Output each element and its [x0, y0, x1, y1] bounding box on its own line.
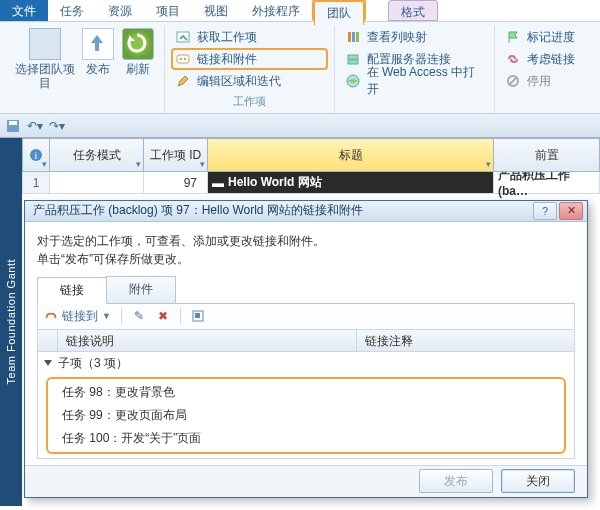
- col-work-item-id-label: 工作项 ID: [150, 147, 201, 164]
- svg-rect-4: [348, 32, 351, 42]
- separator: [121, 308, 122, 324]
- close-button[interactable]: 关闭: [501, 469, 575, 493]
- col-predecessor[interactable]: 前置: [494, 138, 600, 172]
- menu-tab-format[interactable]: 格式: [388, 0, 438, 21]
- refresh-icon: [122, 28, 154, 60]
- highlight-child-links: 任务 98：更改背景色 任务 99：更改页面布局 任务 100：开发“关于”页面: [46, 377, 566, 454]
- links-toolbar: 链接到 ▼ ✎ ✖: [37, 304, 575, 330]
- grid-header: i▾ 任务模式▾ 工作项 ID▾ 标题▾ 前置: [22, 138, 600, 172]
- mark-progress-button[interactable]: 标记进度: [501, 26, 589, 48]
- links-attachments-dialog: 产品积压工作 (backlog) 项 97：Hello World 网站的链接和…: [24, 200, 588, 498]
- view-col-map-button[interactable]: 查看列映射: [341, 26, 488, 48]
- menu-tab-view[interactable]: 视图: [192, 0, 240, 21]
- pencil-icon: [175, 73, 191, 89]
- dialog-hint: 对于选定的工作项，可查看、添加或更改链接和附件。 单击“发布”可保存所做更改。: [37, 232, 575, 268]
- close-icon[interactable]: ✕: [559, 202, 583, 220]
- svg-rect-6: [356, 32, 359, 42]
- menu-tab-team[interactable]: 团队: [314, 1, 364, 25]
- save-icon[interactable]: [4, 117, 22, 135]
- get-work-items-icon: [175, 29, 191, 45]
- col-info-icon[interactable]: i▾: [22, 138, 50, 172]
- menu-tab-project[interactable]: 项目: [144, 0, 192, 21]
- redo-icon[interactable]: ↷▾: [48, 117, 66, 135]
- link-icon: [175, 51, 191, 67]
- sidebar-label: Team Foundation Gantt: [5, 259, 17, 384]
- get-work-items-label: 获取工作项: [197, 29, 257, 46]
- dialog-hint-line1: 对于选定的工作项，可查看、添加或更改链接和附件。: [37, 234, 325, 248]
- consider-links-button[interactable]: 考虑链接: [501, 48, 589, 70]
- ribbon: 选择团队项目 发布 刷新 获取工作项 链接和附件: [0, 22, 600, 114]
- dialog-title: 产品积压工作 (backlog) 项 97：Hello World 网站的链接和…: [33, 202, 531, 219]
- cell-title: ▬Hello World 网站: [208, 172, 494, 194]
- edit-link-button[interactable]: ✎: [132, 309, 146, 323]
- open-web-access-button[interactable]: 在 Web Access 中打开: [341, 70, 488, 92]
- edit-areas-label: 编辑区域和迭代: [197, 73, 281, 90]
- publish-button[interactable]: 发布: [78, 26, 118, 78]
- delete-link-button[interactable]: ✖: [156, 309, 170, 323]
- list-item[interactable]: 任务 98：更改背景色: [48, 381, 564, 404]
- svg-line-11: [509, 77, 517, 85]
- disable-label: 停用: [527, 73, 551, 90]
- open-link-button[interactable]: [191, 309, 205, 323]
- table-row[interactable]: 1 97 ▬Hello World 网站 产品积压工作 (ba…: [22, 172, 600, 194]
- ribbon-group-server: 查看列映射 配置服务器连接 在 Web Access 中打开: [335, 26, 495, 113]
- publish-label: 发布: [86, 62, 110, 76]
- col-title[interactable]: 标题▾: [208, 138, 494, 172]
- tab-links[interactable]: 链接: [37, 277, 107, 304]
- list-item[interactable]: 任务 100：开发“关于”页面: [48, 427, 564, 450]
- server-icon: [345, 51, 361, 67]
- expand-icon[interactable]: [44, 360, 52, 366]
- select-team-project-label: 选择团队项目: [12, 62, 78, 90]
- links-list-header: 链接说明 链接注释: [37, 330, 575, 352]
- col-expand: [38, 330, 58, 351]
- list-item[interactable]: 任务 99：更改页面布局: [48, 404, 564, 427]
- col-link-description[interactable]: 链接说明: [58, 330, 357, 351]
- tab-attachments[interactable]: 附件: [106, 276, 176, 303]
- highlight-team-tab: 团队: [312, 0, 366, 22]
- svg-rect-5: [352, 32, 355, 42]
- publish-icon: [82, 28, 114, 60]
- menu-file[interactable]: 文件: [0, 0, 48, 21]
- col-title-label: 标题: [339, 147, 363, 164]
- dialog-tabs: 链接 附件: [37, 276, 575, 304]
- dialog-hint-line2: 单击“发布”可保存所做更改。: [37, 252, 189, 266]
- menu-tab-addin[interactable]: 外接程序: [240, 0, 312, 21]
- col-task-mode[interactable]: 任务模式▾: [50, 138, 144, 172]
- columns-icon: [345, 29, 361, 45]
- dialog-titlebar: 产品积压工作 (backlog) 项 97：Hello World 网站的链接和…: [25, 201, 587, 222]
- get-work-items-button[interactable]: 获取工作项: [171, 26, 328, 48]
- collapse-icon[interactable]: ▬: [212, 176, 222, 190]
- delete-icon: ✖: [156, 309, 170, 323]
- cell-task-mode: [50, 172, 144, 194]
- grid-icon: [29, 28, 61, 60]
- link-to-button[interactable]: 链接到 ▼: [44, 308, 111, 325]
- undo-icon[interactable]: ↶▾: [26, 117, 44, 135]
- menu-tab-resource[interactable]: 资源: [96, 0, 144, 21]
- chain-icon: [44, 309, 58, 323]
- cell-title-text: Hello World 网站: [228, 174, 322, 191]
- links-attachments-button[interactable]: 链接和附件: [171, 48, 328, 70]
- select-team-project-button[interactable]: 选择团队项目: [12, 26, 78, 92]
- menu-tab-task[interactable]: 任务: [48, 0, 96, 21]
- svg-rect-7: [348, 55, 358, 59]
- spacer: [501, 92, 589, 110]
- globe-icon: [345, 73, 361, 89]
- pencil-icon: ✎: [132, 309, 146, 323]
- ribbon-group-workitems-title: 工作项: [171, 92, 328, 113]
- disable-button[interactable]: 停用: [501, 70, 589, 92]
- links-group-row[interactable]: 子项（3 项）: [38, 352, 574, 375]
- svg-point-2: [180, 58, 182, 60]
- link-to-label: 链接到: [62, 308, 98, 325]
- refresh-button[interactable]: 刷新: [118, 26, 158, 78]
- publish-button[interactable]: 发布: [419, 469, 493, 493]
- col-pred-label: 前置: [535, 147, 559, 164]
- disable-icon: [505, 73, 521, 89]
- ribbon-group-progress: 标记进度 考虑链接 停用: [495, 26, 595, 113]
- refresh-label: 刷新: [126, 62, 150, 76]
- sidebar-gantt[interactable]: Team Foundation Gantt: [0, 138, 22, 506]
- col-work-item-id[interactable]: 工作项 ID▾: [144, 138, 208, 172]
- mark-progress-label: 标记进度: [527, 29, 575, 46]
- edit-areas-button[interactable]: 编辑区域和迭代: [171, 70, 328, 92]
- col-link-note[interactable]: 链接注释: [357, 330, 574, 351]
- help-button[interactable]: ?: [533, 202, 557, 220]
